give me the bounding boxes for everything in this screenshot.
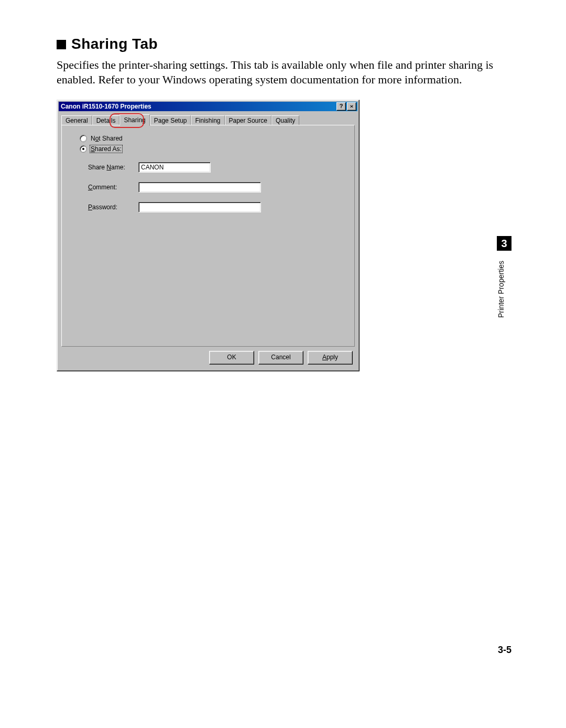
- tab-general[interactable]: General: [61, 115, 92, 125]
- tab-finishing[interactable]: Finishing: [191, 115, 224, 125]
- field-share-name: Share Name: CANON: [88, 162, 211, 173]
- tab-label: Paper Source: [229, 117, 267, 124]
- radio-icon: [80, 145, 87, 153]
- radio-label: Shared As:: [90, 145, 122, 153]
- field-label: Comment:: [88, 184, 134, 191]
- tab-label: Finishing: [195, 117, 220, 124]
- tab-label: General: [66, 117, 88, 124]
- tab-paper-source[interactable]: Paper Source: [225, 115, 271, 125]
- field-comment: Comment:: [88, 182, 261, 192]
- chapter-number: 3: [501, 238, 507, 249]
- tab-details[interactable]: Details: [92, 115, 120, 125]
- radio-icon: [80, 135, 87, 142]
- tab-label: Page Setup: [154, 117, 187, 124]
- field-label: Share Name:: [88, 164, 134, 171]
- help-button[interactable]: ?: [336, 102, 346, 111]
- button-label: Cancel: [271, 354, 290, 361]
- radio-shared-as[interactable]: Shared As:: [80, 145, 122, 153]
- tab-label: Quality: [276, 117, 295, 124]
- heading-bullet-icon: [57, 40, 66, 49]
- field-password: Password:: [88, 202, 261, 212]
- ok-button[interactable]: OK: [209, 351, 254, 365]
- dialog-titlebar: Canon iR1510-1670 Properties ? ×: [59, 102, 357, 111]
- help-icon: ?: [340, 103, 343, 109]
- tabstrip: General Details Sharing Page Setup Finis…: [61, 115, 355, 125]
- tab-page-setup[interactable]: Page Setup: [150, 115, 191, 125]
- comment-input[interactable]: [138, 182, 261, 192]
- button-label: Apply: [322, 354, 338, 361]
- section-heading: Sharing Tab: [57, 36, 511, 52]
- radio-not-shared[interactable]: Not Shared: [80, 135, 123, 142]
- chapter-number-tab: 3: [497, 236, 511, 251]
- dialog-buttons: OK Cancel Apply: [209, 351, 353, 365]
- dialog-title: Canon iR1510-1670 Properties: [61, 103, 335, 110]
- tab-label: Sharing: [124, 116, 145, 124]
- page-number: 3-5: [498, 645, 511, 656]
- cancel-button[interactable]: Cancel: [258, 351, 303, 365]
- button-label: OK: [227, 354, 236, 361]
- close-button[interactable]: ×: [347, 102, 356, 111]
- tab-label: Details: [96, 117, 116, 124]
- apply-button[interactable]: Apply: [308, 351, 353, 365]
- chapter-label: Printer Properties: [497, 255, 511, 318]
- radio-label: Not Shared: [90, 135, 123, 142]
- properties-dialog: Canon iR1510-1670 Properties ? × General…: [57, 100, 360, 371]
- tab-quality[interactable]: Quality: [271, 115, 299, 125]
- section-body: Specifies the printer-sharing settings. …: [57, 58, 511, 87]
- close-icon: ×: [350, 103, 353, 109]
- input-value: CANON: [141, 164, 164, 171]
- password-input[interactable]: [138, 202, 261, 212]
- field-label: Password:: [88, 204, 134, 211]
- heading-text: Sharing Tab: [71, 36, 158, 52]
- share-name-input[interactable]: CANON: [138, 162, 211, 173]
- sharing-panel: Not Shared Shared As: Share Name: CANON: [61, 125, 355, 347]
- tab-sharing[interactable]: Sharing: [119, 114, 149, 126]
